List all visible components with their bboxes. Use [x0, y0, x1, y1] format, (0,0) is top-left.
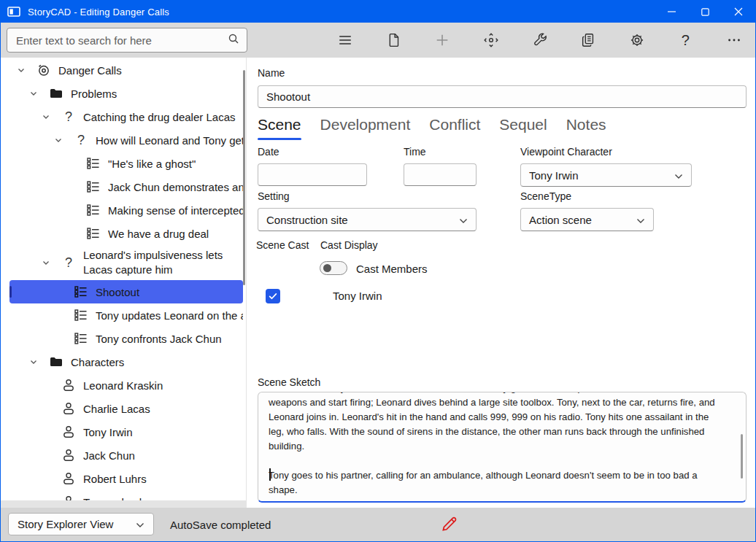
tree-item-problem[interactable]: ? Catching the drug dealer Lacas — [9, 105, 243, 128]
date-input[interactable] — [258, 163, 367, 186]
date-label: Date — [258, 146, 279, 158]
search-box[interactable] — [7, 28, 247, 53]
tab-conflict[interactable]: Conflict — [429, 116, 480, 140]
scene-editor-panel: Name Scene Development Conflict Sequel N… — [247, 58, 755, 508]
name-label: Name — [258, 67, 285, 79]
minimize-button[interactable] — [655, 1, 688, 23]
tree-item-label: We have a drug deal — [108, 228, 243, 240]
tree-item-folder[interactable]: Problems — [9, 82, 243, 105]
cast-members-toggle[interactable] — [320, 261, 347, 275]
tree-item-label: Tony Irwin — [83, 426, 243, 438]
scene-sketch-text: Leonard and Tony arrive at the construct… — [258, 392, 746, 498]
chevron-down-icon[interactable] — [17, 66, 36, 74]
chevron-down-icon[interactable] — [29, 357, 48, 366]
cast-display-label: Cast Display — [320, 239, 378, 251]
scene-sketch-editor[interactable]: Leonard and Tony arrive at the construct… — [258, 392, 747, 503]
scene-icon — [85, 226, 101, 241]
person-icon — [61, 401, 77, 416]
scene-icon — [73, 308, 89, 322]
tab-scene[interactable]: Scene — [258, 116, 301, 140]
view-selector-combobox[interactable]: Story Explorer View — [8, 513, 154, 535]
tree-item-character[interactable]: Charlie Lacas — [9, 397, 243, 420]
app-icon — [7, 6, 20, 18]
title-bar: StoryCAD - Editing Danger Calls — [1, 1, 755, 23]
folder-icon — [48, 355, 64, 369]
tree-item-character[interactable]: Tony Irwin — [9, 420, 243, 444]
tree-item-scene[interactable]: Jack Chun demonstrates an SDR — [9, 175, 243, 198]
scene-icon — [73, 331, 89, 346]
scene-icon — [73, 284, 89, 299]
tree-item-label: Leonard Kraskin — [83, 379, 243, 392]
tree-item-character[interactable]: Robert Luhrs — [9, 467, 243, 490]
name-input[interactable] — [258, 85, 747, 108]
scene-icon — [85, 156, 101, 171]
tree-horizontal-scrollbar[interactable] — [1, 500, 246, 508]
tree-item-scene[interactable]: We have a drug deal — [9, 222, 243, 245]
add-icon[interactable] — [430, 28, 455, 53]
maximize-button[interactable] — [688, 1, 722, 23]
more-ellipsis-icon[interactable] — [722, 28, 747, 53]
person-icon — [61, 378, 77, 392]
tree-item-scene[interactable]: "He's like a ghost" — [9, 152, 243, 175]
scenetype-label: SceneType — [520, 190, 571, 202]
tree-item-problem[interactable]: ? How will Leonard and Tony get pas — [9, 128, 243, 152]
search-icon[interactable] — [228, 33, 239, 47]
tab-development[interactable]: Development — [320, 116, 411, 140]
tree-item-character[interactable]: Leonard Kraskin — [9, 373, 243, 397]
chevron-down-icon[interactable] — [42, 258, 61, 267]
chevron-down-icon — [636, 214, 645, 226]
tree-item-scene[interactable]: Tony confronts Jack Chun — [9, 327, 243, 350]
tree-item-character[interactable]: Jack Chun — [9, 444, 243, 467]
tree-item-scene[interactable]: Tony updates Leonard on the aft — [9, 303, 243, 327]
close-button[interactable] — [722, 1, 755, 23]
time-input[interactable] — [404, 163, 477, 186]
new-document-icon[interactable] — [382, 28, 406, 53]
copy-icon[interactable] — [576, 28, 601, 53]
search-input[interactable] — [16, 34, 228, 47]
move-icon[interactable] — [479, 28, 504, 53]
chevron-down-icon[interactable] — [29, 89, 48, 98]
tree-item-label: Robert Luhrs — [83, 473, 243, 485]
tree-item-label: Making sense of intercepted dat — [108, 204, 243, 217]
chevron-down-icon[interactable] — [54, 136, 73, 144]
tree-item-scene-selected[interactable]: Shootout — [9, 280, 243, 303]
tree-item-story-overview[interactable]: Danger Calls — [9, 58, 243, 82]
time-label: Time — [404, 146, 426, 158]
viewpoint-character-combobox[interactable]: Tony Irwin — [520, 163, 692, 187]
autosave-status: AutoSave completed — [170, 519, 271, 531]
story-tree-panel: Danger Calls Problems ? Catching the dru… — [1, 58, 247, 508]
tree-item-label: Leonard's impulsiveness lets Lacas captu… — [83, 248, 243, 278]
tree-item-label: Characters — [71, 356, 243, 368]
tree-item-label: Shootout — [96, 286, 243, 298]
tree-item-scene[interactable]: Making sense of intercepted dat — [9, 198, 243, 222]
toolbar: ? — [333, 23, 747, 58]
tree-item-label: Problems — [71, 88, 243, 100]
tree-vertical-scrollbar[interactable] — [243, 70, 245, 285]
story-overview-icon — [36, 63, 52, 77]
setting-combobox[interactable]: Construction site — [258, 208, 477, 231]
toggle-knob — [323, 264, 331, 272]
tab-sequel[interactable]: Sequel — [499, 116, 547, 140]
tools-wrench-icon[interactable] — [528, 28, 552, 53]
tree-item-label: Charlie Lacas — [83, 403, 243, 415]
person-icon — [61, 448, 77, 462]
scene-sketch-label: Scene Sketch — [258, 376, 320, 388]
tree-item-problem[interactable]: ? Leonard's impulsiveness lets Lacas cap… — [9, 245, 243, 280]
chevron-down-icon[interactable] — [42, 112, 61, 121]
scene-icon — [85, 203, 101, 217]
setting-value: Construction site — [266, 214, 348, 226]
cast-member-checkbox[interactable] — [266, 289, 280, 303]
command-bar: ? — [1, 23, 755, 58]
status-bar: Story Explorer View AutoSave completed — [1, 508, 755, 541]
scene-icon — [85, 179, 101, 194]
scenetype-combobox[interactable]: Action scene — [520, 208, 654, 231]
menu-icon[interactable] — [333, 28, 358, 53]
tree-item-folder[interactable]: Characters — [9, 350, 243, 373]
help-icon[interactable]: ? — [673, 28, 698, 53]
tree-item-label: Tony confronts Jack Chun — [96, 333, 243, 345]
tree-item-label: Tony updates Leonard on the aft — [96, 309, 243, 322]
sketch-vertical-scrollbar[interactable] — [741, 434, 743, 479]
settings-gear-icon[interactable] — [625, 28, 649, 53]
tab-notes[interactable]: Notes — [566, 116, 606, 140]
cast-members-toggle-label: Cast Members — [356, 263, 428, 275]
